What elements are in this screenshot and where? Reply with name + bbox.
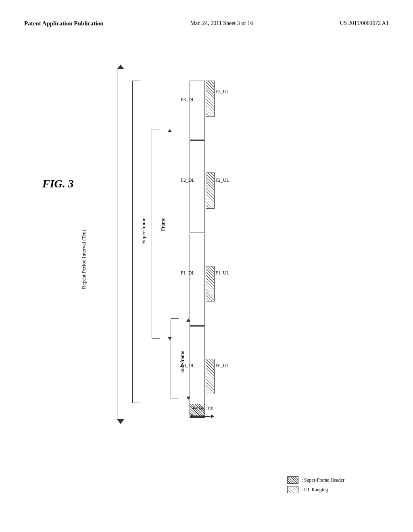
f3-dl-col xyxy=(190,81,205,139)
superframe-bracket xyxy=(132,81,140,403)
f0-dl-col xyxy=(190,326,205,416)
legend-item-ulr: : UL Ranging xyxy=(287,486,344,493)
f3-ul-hatch xyxy=(206,81,215,117)
f0-ul-hatch xyxy=(206,359,215,394)
f0-dl-label: F0_DL xyxy=(181,363,195,369)
legend-ulr-label: : UL Ranging xyxy=(302,487,328,493)
diagram: Repeat Period Interval (Trd) Super-frame… xyxy=(81,69,323,472)
timeline-bar xyxy=(117,69,124,419)
subframe-label: Sub-frame xyxy=(179,351,186,373)
legend-sfh-box xyxy=(287,476,298,484)
header-right: US 2011/0069672 A1 xyxy=(340,20,389,27)
legend: : Super-Frame Header : UL Ranging xyxy=(287,476,344,496)
arrow-up-icon xyxy=(117,64,124,69)
f0-ul-label: F0_UL xyxy=(215,363,229,369)
f3-dl-label: F3_DL xyxy=(181,97,195,103)
repeat-period-label: Repeat Period Interval (Trd) xyxy=(81,230,87,289)
superframe-label: Super-frame xyxy=(140,218,147,244)
f2-dl-label: F2_DL xyxy=(181,177,195,183)
page-header: Patent Application Publication Mar. 24, … xyxy=(0,20,413,27)
frame-bracket xyxy=(152,129,160,339)
f1-ul-label: F1_UL xyxy=(215,270,229,276)
period-line xyxy=(193,416,211,417)
frame-arrow-bottom xyxy=(168,337,172,340)
subframe-bracket xyxy=(171,318,179,399)
frame-label: Frame xyxy=(160,218,166,231)
figure-label: FIG. 3 xyxy=(42,177,74,190)
period-label: Period (Td) xyxy=(193,405,213,410)
f1-dl-label: F1_DL xyxy=(181,270,195,276)
legend-ulr-box xyxy=(287,486,298,493)
period-arrow-left xyxy=(190,414,193,418)
subframe-arrow-bottom xyxy=(186,397,190,400)
legend-sfh-label: : Super-Frame Header xyxy=(302,477,344,483)
arrow-down-icon xyxy=(117,419,124,424)
f1-dl-col xyxy=(190,234,205,326)
f2-dl-col xyxy=(190,140,205,233)
f1-ul-hatch xyxy=(206,266,215,301)
legend-item-sfh: : Super-Frame Header xyxy=(287,476,344,484)
header-left: Patent Application Publication xyxy=(24,20,104,27)
period-arrow-right xyxy=(211,414,214,418)
f3-ul-label: F3_UL xyxy=(215,89,229,95)
header-center: Mar. 24, 2011 Sheet 3 of 16 xyxy=(190,20,253,27)
f2-ul-hatch xyxy=(206,172,215,209)
frame-arrow-top xyxy=(168,129,172,132)
subframe-arrow-top xyxy=(186,318,190,322)
f2-ul-label: F2_UL xyxy=(215,177,229,183)
